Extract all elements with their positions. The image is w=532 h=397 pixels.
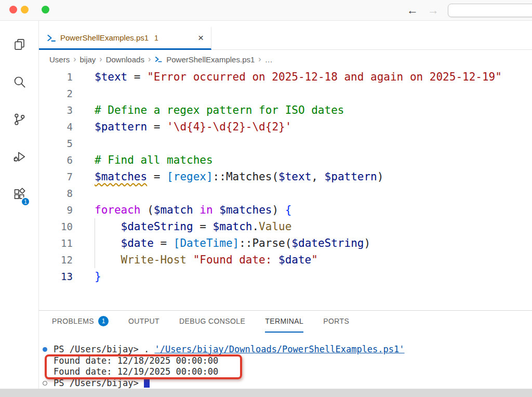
back-button[interactable]: ← bbox=[404, 3, 421, 18]
tab-title: PowerShellExamples.ps1 bbox=[60, 33, 149, 42]
code-line[interactable]: 11 $date = [DateTime]::Parse($dateString… bbox=[39, 235, 532, 252]
activity-bar-item-source-control[interactable] bbox=[0, 100, 38, 138]
line-number: 8 bbox=[39, 185, 73, 202]
breadcrumb-file[interactable]: PowerShellExamples.ps1 bbox=[166, 55, 255, 64]
zoom-button[interactable] bbox=[42, 6, 49, 14]
minimize-button[interactable] bbox=[21, 6, 29, 14]
panel-tab-label: PORTS bbox=[323, 317, 349, 325]
terminal[interactable]: PS /Users/bijay> . '/Users/bijay/Downloa… bbox=[39, 344, 532, 389]
breadcrumb-ellipsis[interactable]: … bbox=[265, 55, 273, 64]
panel-tab-debug-console[interactable]: DEBUG CONSOLE bbox=[179, 311, 245, 333]
tab-close-icon[interactable]: × bbox=[198, 33, 204, 43]
code-line[interactable]: 4$pattern = '\d{4}-\d{2}-\d{2}' bbox=[39, 118, 532, 135]
line-number: 2 bbox=[39, 85, 73, 102]
terminal-line[interactable]: Found date: 12/18/2025 00:00:00 bbox=[54, 355, 532, 367]
code-text: Write-Host "Found date: $date" bbox=[95, 252, 318, 268]
code-line[interactable]: 3# Define a regex pattern for ISO dates bbox=[39, 102, 532, 118]
terminal-text: Found date: 12/19/2025 00:00:00 bbox=[54, 366, 218, 377]
code-line[interactable]: 10 $dateString = $match.Value bbox=[39, 218, 532, 235]
line-number: 1 bbox=[39, 69, 73, 85]
panel-tab-label: DEBUG CONSOLE bbox=[179, 317, 245, 325]
code-text: } bbox=[95, 268, 101, 285]
activity-bar-item-search[interactable] bbox=[0, 63, 38, 100]
panel-tab-problems[interactable]: PROBLEMS1 bbox=[52, 311, 109, 333]
code-line[interactable]: 9foreach ($match in $matches) { bbox=[39, 202, 532, 218]
terminal-text: PS /Users/bijay> bbox=[54, 378, 144, 388]
activity-bar-item-explorer[interactable] bbox=[0, 25, 38, 63]
line-number: 10 bbox=[39, 218, 73, 235]
panel-tab-ports[interactable]: PORTS bbox=[323, 311, 349, 333]
line-number: 6 bbox=[39, 152, 73, 168]
line-number: 3 bbox=[39, 102, 73, 118]
tab-problem-count: 1 bbox=[154, 34, 158, 42]
titlebar-search-box[interactable] bbox=[448, 4, 532, 17]
bottom-strip bbox=[0, 389, 532, 397]
breadcrumb-separator-icon: › bbox=[148, 55, 151, 64]
code-line[interactable]: 2 bbox=[39, 85, 532, 102]
activity-bar-item-extensions[interactable]: 1 bbox=[0, 175, 38, 213]
breadcrumb-segment[interactable]: Downloads bbox=[106, 55, 144, 64]
activity-bar-item-run-and-debug[interactable] bbox=[0, 138, 38, 175]
code-text: $text = "Error occurred on 2025-12-18 an… bbox=[95, 69, 502, 85]
line-number: 4 bbox=[39, 118, 73, 135]
terminal-file-link[interactable]: '/Users/bijay/Downloads/PowerShellExampl… bbox=[154, 344, 404, 354]
forward-button[interactable]: → bbox=[425, 3, 442, 18]
panel-tab-terminal[interactable]: TERMINAL bbox=[265, 311, 303, 333]
code-text: $dateString = $match.Value bbox=[95, 218, 291, 235]
breadcrumb-separator-icon: › bbox=[73, 55, 76, 64]
panel-tab-label: TERMINAL bbox=[265, 317, 303, 325]
code-line[interactable]: 8 bbox=[39, 185, 532, 202]
line-number: 12 bbox=[39, 252, 73, 268]
extensions-badge: 1 bbox=[21, 197, 30, 206]
terminal-line[interactable]: PS /Users/bijay> . '/Users/bijay/Downloa… bbox=[54, 344, 532, 355]
code-text: $date = [DateTime]::Parse($dateString) bbox=[95, 235, 370, 252]
command-pending-icon bbox=[43, 381, 47, 386]
titlebar: ← → bbox=[0, 0, 532, 21]
breadcrumb-separator-icon: › bbox=[99, 55, 102, 64]
panel-tabs: PROBLEMS1OUTPUTDEBUG CONSOLETERMINALPORT… bbox=[39, 311, 532, 333]
code-line[interactable]: 1$text = "Error occurred on 2025-12-18 a… bbox=[39, 69, 532, 85]
breadcrumb-segment[interactable]: Users bbox=[49, 55, 70, 64]
code-line[interactable]: 12 Write-Host "Found date: $date" bbox=[39, 252, 532, 268]
code-text: # Define a regex pattern for ISO dates bbox=[95, 102, 344, 118]
terminal-text: Found date: 12/18/2025 00:00:00 bbox=[54, 355, 218, 366]
code-editor[interactable]: 1$text = "Error occurred on 2025-12-18 a… bbox=[39, 69, 532, 287]
close-button[interactable] bbox=[9, 6, 17, 14]
code-line[interactable]: 5 bbox=[39, 135, 532, 152]
line-number: 9 bbox=[39, 202, 73, 218]
problems-count-badge: 1 bbox=[98, 316, 109, 326]
command-decoration-icon bbox=[43, 347, 47, 352]
code-line[interactable]: 6# Find all matches bbox=[39, 152, 532, 168]
editor-tab[interactable]: PowerShellExamples.ps1 1 × bbox=[39, 27, 211, 50]
terminal-cursor bbox=[144, 378, 150, 388]
line-number: 13 bbox=[39, 268, 73, 285]
tab-bar: PowerShellExamples.ps1 1 × bbox=[39, 21, 532, 50]
code-text: foreach ($match in $matches) { bbox=[95, 202, 291, 218]
line-number: 7 bbox=[39, 168, 73, 185]
terminal-line[interactable]: PS /Users/bijay> bbox=[54, 378, 532, 389]
code-line[interactable]: 7$matches = [regex]::Matches($text, $pat… bbox=[39, 168, 532, 185]
line-number: 5 bbox=[39, 135, 73, 152]
powershell-file-icon bbox=[46, 33, 57, 43]
breadcrumb-file-icon bbox=[154, 55, 163, 63]
panel-tab-label: OUTPUT bbox=[128, 317, 159, 325]
code-text: # Find all matches bbox=[95, 152, 213, 168]
vscode-window: ← → bbox=[0, 0, 532, 397]
code-text: $matches = [regex]::Matches($text, $patt… bbox=[95, 168, 383, 185]
panel-tab-label: PROBLEMS bbox=[52, 317, 94, 325]
search-icon bbox=[12, 75, 26, 89]
terminal-text: PS /Users/bijay> . bbox=[54, 344, 154, 354]
panel-tab-output[interactable]: OUTPUT bbox=[128, 311, 159, 333]
breadcrumb: Users›bijay›Downloads› PowerShellExample… bbox=[39, 50, 532, 69]
source-control-icon bbox=[12, 112, 26, 126]
code-line[interactable]: 13} bbox=[39, 268, 532, 285]
activity-bar: 1 bbox=[0, 21, 39, 389]
line-number: 11 bbox=[39, 235, 73, 252]
breadcrumb-separator-icon: › bbox=[258, 55, 261, 64]
terminal-line[interactable]: Found date: 12/19/2025 00:00:00 bbox=[54, 366, 532, 378]
indent-guide bbox=[95, 218, 95, 268]
breadcrumb-segment[interactable]: bijay bbox=[80, 55, 96, 64]
files-icon bbox=[12, 37, 26, 51]
run-debug-icon bbox=[12, 150, 26, 164]
code-text: $pattern = '\d{4}-\d{2}-\d{2}' bbox=[95, 118, 291, 135]
